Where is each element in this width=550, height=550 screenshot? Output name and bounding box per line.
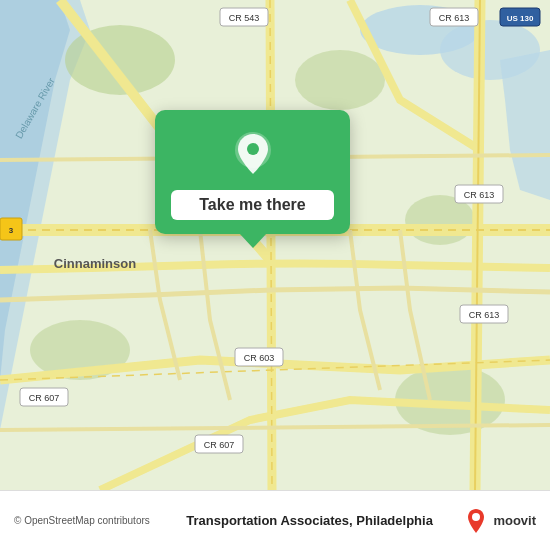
svg-text:Cinnaminson: Cinnaminson	[54, 256, 136, 271]
moovit-logo: moovit	[462, 507, 536, 535]
svg-text:CR 613: CR 613	[469, 310, 500, 320]
moovit-icon	[462, 507, 490, 535]
svg-point-29	[247, 143, 259, 155]
popup-card[interactable]: Take me there	[155, 110, 350, 234]
osm-attribution: © OpenStreetMap contributors	[14, 515, 157, 526]
map-container: CR 543 CR 613 US 130 CR 613 CR 613 CR 60…	[0, 0, 550, 490]
svg-point-30	[472, 513, 480, 521]
svg-text:US 130: US 130	[507, 14, 534, 23]
svg-text:CR 543: CR 543	[229, 13, 260, 23]
svg-text:CR 607: CR 607	[204, 440, 235, 450]
svg-text:CR 613: CR 613	[439, 13, 470, 23]
moovit-text: moovit	[493, 513, 536, 528]
location-title: Transportation Associates, Philadelphia	[167, 513, 453, 528]
bottom-bar: © OpenStreetMap contributors Transportat…	[0, 490, 550, 550]
take-me-there-button[interactable]: Take me there	[171, 190, 334, 220]
map-svg: CR 543 CR 613 US 130 CR 613 CR 613 CR 60…	[0, 0, 550, 490]
svg-point-4	[295, 50, 385, 110]
svg-text:CR 613: CR 613	[464, 190, 495, 200]
svg-text:CR 607: CR 607	[29, 393, 60, 403]
svg-text:3: 3	[9, 226, 14, 235]
svg-text:CR 603: CR 603	[244, 353, 275, 363]
location-pin-icon	[227, 128, 279, 180]
